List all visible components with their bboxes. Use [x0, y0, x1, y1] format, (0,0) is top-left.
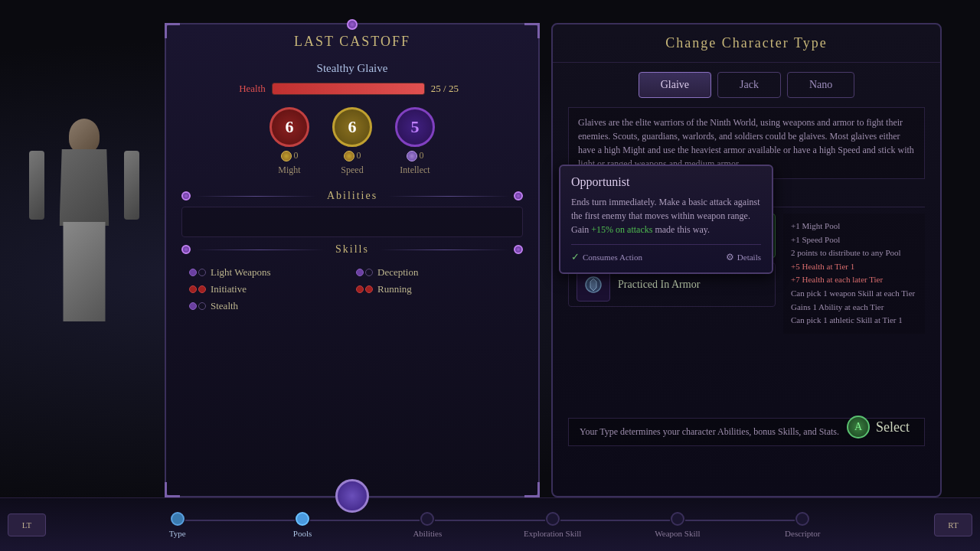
skill-dots — [356, 269, 373, 276]
nav-btn-right[interactable]: RT — [934, 514, 972, 536]
feature-ability: Gains 1 Ability at each Tier — [791, 301, 917, 315]
nav-step-pools: Pools — [240, 512, 364, 538]
stats-row: 6 0 Might 6 0 Speed 5 0 — [166, 99, 538, 184]
nav-dot-type — [171, 512, 185, 526]
skill-dot — [356, 285, 364, 293]
tooltip-overlay: Opportunist Ends turn immediately. Make … — [559, 165, 773, 274]
skill-dots — [356, 285, 373, 293]
health-bar — [272, 83, 425, 95]
tab-jack[interactable]: Jack — [717, 72, 781, 98]
speed-extra: 0 — [344, 150, 361, 161]
panel-corner-tl — [165, 23, 180, 38]
nav-btn-left[interactable]: LT — [8, 514, 46, 536]
tooltip-action: ✓ Consumes Action — [571, 251, 642, 263]
feature-athletic-skill: Can pick 1 athletic Skill at Tier 1 — [791, 314, 917, 328]
skill-deception: Deception — [356, 266, 515, 279]
feature-health-tier1: +5 Health at Tier 1 — [791, 260, 917, 274]
skills-grid: Light Weapons Deception Initiative — [181, 260, 523, 318]
skill-running: Running — [356, 283, 515, 295]
skill-dot — [356, 269, 364, 276]
abilities-gem-left — [181, 191, 191, 201]
panel-corner-br — [524, 482, 540, 497]
char-head — [69, 119, 100, 153]
skill-dot — [198, 269, 206, 276]
right-panel-title: Change Character Type — [553, 24, 940, 63]
abilities-area — [181, 207, 523, 237]
intellect-circle: 5 — [395, 107, 435, 147]
skill-dot — [365, 269, 373, 276]
nav-label-pools: Pools — [293, 529, 312, 538]
character-silhouette — [23, 119, 145, 440]
panel-gem-top — [347, 19, 358, 30]
tab-glaive[interactable]: Glaive — [639, 72, 711, 98]
might-coin — [281, 151, 292, 161]
nav-label-descriptor: Descriptor — [785, 529, 820, 538]
skill-dot — [189, 302, 197, 310]
skill-dots — [189, 302, 206, 310]
character-name: Stealthy Glaive — [166, 59, 538, 78]
feature-weapon-skill: Can pick 1 weapon Skill at each Tier — [791, 287, 917, 301]
section-line-left — [195, 196, 316, 197]
nav-steps: Type Pools Abilities Exploration Skill W… — [54, 512, 926, 538]
skill-initiative: Initiative — [189, 283, 348, 295]
panel-bottom-circle[interactable] — [335, 479, 369, 513]
nav-step-exploration: Exploration Skill — [490, 512, 615, 538]
character-area — [0, 0, 168, 497]
health-label: Health — [239, 83, 266, 95]
skills-section-header: Skills — [181, 243, 523, 256]
stat-might: 6 0 Might — [270, 107, 309, 176]
tab-nano[interactable]: Nano — [787, 72, 854, 98]
might-label: Might — [278, 165, 300, 176]
skill-dot — [365, 285, 373, 293]
skills-line-left — [195, 249, 325, 250]
nav-dot-descriptor — [795, 512, 809, 526]
skills-title: Skills — [329, 243, 375, 256]
features-panel: +1 Might Pool +1 Speed Pool 2 points to … — [783, 214, 925, 334]
abilities-section-header: Abilities — [181, 190, 523, 202]
tooltip-details-btn[interactable]: ⚙ Details — [726, 252, 761, 263]
tooltip-title: Opportunist — [571, 175, 761, 189]
nav-step-weapon: Weapon Skill — [615, 512, 740, 538]
char-arm-left — [29, 151, 44, 220]
select-btn-label: Select — [876, 419, 910, 435]
abilities-gem-right — [514, 191, 523, 201]
skills-gem-left — [181, 245, 191, 254]
might-extra: 0 — [281, 150, 299, 161]
tooltip-green-text: +15% on attacks — [591, 224, 652, 235]
tooltip-body: Ends turn immediately. Make a basic atta… — [571, 195, 761, 236]
health-container: Health 25 / 25 — [166, 78, 538, 99]
skills-gem-right — [514, 245, 523, 254]
skill-dot — [198, 285, 206, 293]
skill-dots — [189, 285, 206, 293]
gear-icon: ⚙ — [726, 252, 734, 263]
tooltip-footer: ✓ Consumes Action ⚙ Details — [571, 244, 761, 263]
skills-line-right — [380, 249, 509, 250]
health-value: 25 / 25 — [431, 83, 466, 95]
feature-distribute: 2 points to distribute to any Pool — [791, 246, 917, 260]
skill-stealth: Stealth — [189, 300, 348, 312]
bottom-nav: LT Type Pools Abilities Exploration Skil… — [0, 497, 980, 551]
skill-light-weapons: Light Weapons — [189, 266, 348, 279]
panel-corner-bl — [165, 482, 180, 497]
skills-area: Light Weapons Deception Initiative — [181, 260, 523, 318]
practiced-in-armor-name: Practiced In Armor — [618, 279, 700, 291]
speed-label: Speed — [341, 165, 363, 176]
nav-label-exploration: Exploration Skill — [524, 529, 581, 538]
stat-intellect: 5 0 Intellect — [395, 107, 435, 176]
char-legs — [64, 222, 106, 321]
skill-dot — [198, 302, 206, 310]
main-panel: Last Castoff Stealthy Glaive Health 25 /… — [165, 23, 540, 497]
nav-dot-abilities — [420, 512, 434, 526]
select-button[interactable]: A Select — [847, 416, 910, 439]
speed-coin — [344, 151, 354, 161]
skill-dots — [189, 269, 206, 276]
stat-speed: 6 0 Speed — [332, 107, 372, 176]
nav-label-abilities: Abilities — [413, 529, 442, 538]
select-btn-icon: A — [847, 416, 870, 439]
might-circle: 6 — [270, 107, 309, 147]
speed-circle: 6 — [332, 107, 372, 147]
feature-speed-pool: +1 Speed Pool — [791, 233, 917, 247]
skill-dot — [189, 285, 197, 293]
type-tabs: Glaive Jack Nano — [553, 63, 940, 107]
intellect-label: Intellect — [400, 165, 430, 176]
